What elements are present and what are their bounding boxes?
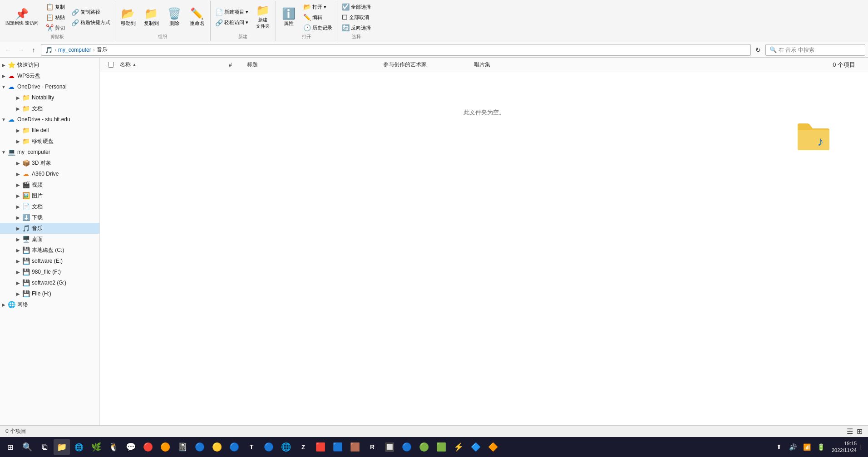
taskbar-zone[interactable]: Z bbox=[295, 439, 311, 455]
paste-button[interactable]: 📋 粘贴 bbox=[43, 12, 68, 22]
taskbar-app13[interactable]: 🔵 bbox=[261, 439, 277, 455]
col-header-artist[interactable]: 参与创作的艺术家 bbox=[380, 60, 470, 69]
rename-button[interactable]: ✏️ 重命名 bbox=[186, 7, 208, 28]
refresh-button[interactable]: ↻ bbox=[753, 44, 764, 55]
new-folder-button[interactable]: 📁 新建文件夹 bbox=[252, 4, 274, 31]
breadcrumb-bar[interactable]: 🎵 › my_computer › 音乐 bbox=[41, 44, 751, 56]
col-header-name[interactable]: 名称 ▲ bbox=[116, 60, 225, 69]
view-details-button[interactable]: ☰ bbox=[847, 427, 853, 436]
search-taskbar-button[interactable]: 🔍 bbox=[19, 439, 35, 455]
sidebar-item-quick-access[interactable]: ▶ ⭐ 快速访问 bbox=[0, 59, 99, 70]
taskbar-app20[interactable]: 🔲 bbox=[381, 439, 398, 455]
sidebar-item-docs1[interactable]: ▶ 📁 文档 bbox=[0, 103, 99, 114]
view-large-button[interactable]: ⊞ bbox=[857, 427, 863, 436]
col-header-album[interactable]: 唱片集 bbox=[470, 60, 561, 69]
sidebar-item-file-dell[interactable]: ▶ 📁 file dell bbox=[0, 125, 99, 136]
show-desktop-icon: ▏ bbox=[861, 445, 864, 450]
tray-network-button[interactable]: 📶 bbox=[801, 441, 814, 453]
taskbar-app14[interactable]: 🌐 bbox=[278, 439, 294, 455]
search-box[interactable]: 🔍 bbox=[765, 44, 865, 56]
sidebar-item-pictures[interactable]: ▶ 🖼️ 图片 bbox=[0, 190, 99, 201]
sidebar-item-onedrive-personal[interactable]: ▼ ☁ OneDrive - Personal bbox=[0, 81, 99, 92]
taskbar-app10[interactable]: 🟡 bbox=[209, 439, 225, 455]
taskbar-typora[interactable]: T bbox=[243, 439, 260, 455]
tray-battery-button[interactable]: 🔋 bbox=[815, 441, 828, 453]
taskbar-app23[interactable]: 🟩 bbox=[433, 439, 449, 455]
forward-button[interactable]: → bbox=[15, 44, 26, 55]
invert-select-button[interactable]: 🔄 反向选择 bbox=[339, 23, 374, 33]
taskbar-app9[interactable]: 🔵 bbox=[192, 439, 208, 455]
sidebar-item-network[interactable]: ▶ 🌐 网络 bbox=[0, 299, 99, 310]
search-input[interactable] bbox=[779, 47, 861, 53]
sidebar-item-onedrive-stu[interactable]: ▼ ☁ OneDrive - stu.hit.edu bbox=[0, 114, 99, 125]
sidebar-item-980-f[interactable]: ▶ 💾 980_file (F:) bbox=[0, 266, 99, 277]
taskbar-chrome[interactable]: 🌐 bbox=[71, 439, 87, 455]
col-header-num[interactable]: # bbox=[225, 61, 243, 69]
onedrive-stu-label: OneDrive - stu.hit.edu bbox=[17, 116, 70, 123]
taskbar-app6[interactable]: 🔴 bbox=[140, 439, 156, 455]
taskbar-app24[interactable]: ⚡ bbox=[450, 439, 467, 455]
sidebar-item-documents[interactable]: ▶ 📄 文档 bbox=[0, 201, 99, 212]
history-button[interactable]: 🕐 历史记录 bbox=[301, 23, 335, 33]
sidebar-item-my-computer[interactable]: ▼ 💻 my_computer bbox=[0, 147, 99, 157]
breadcrumb-mycomputer[interactable]: my_computer bbox=[58, 47, 91, 53]
sidebar-item-a360-drive[interactable]: ▶ ☁ A360 Drive bbox=[0, 168, 99, 179]
taskbar-edge[interactable]: 🌿 bbox=[88, 439, 104, 455]
copy-path-button[interactable]: 🔗 复制路径 bbox=[69, 7, 113, 17]
taskbar-app22[interactable]: 🟢 bbox=[416, 439, 432, 455]
taskbar-app16[interactable]: 🟥 bbox=[312, 439, 329, 455]
taskbar-explorer[interactable]: 📁 bbox=[54, 439, 70, 455]
sidebar-item-software2-g[interactable]: ▶ 💾 software2 (G:) bbox=[0, 277, 99, 288]
copy-button[interactable]: 📋 复制 bbox=[43, 2, 68, 12]
music-folder-svg: ♪ bbox=[795, 118, 832, 154]
start-button[interactable]: ⊞ bbox=[2, 439, 18, 455]
sidebar-item-mobile-drive[interactable]: ▶ 📁 移动硬盘 bbox=[0, 136, 99, 147]
search-icon: 🔍 bbox=[769, 46, 777, 53]
taskbar-app25[interactable]: 🔷 bbox=[468, 439, 484, 455]
sidebar-item-music[interactable]: ▶ 🎵 音乐 bbox=[0, 223, 99, 234]
open-button[interactable]: 📂 打开 ▾ bbox=[301, 2, 335, 12]
sidebar-item-local-c[interactable]: ▶ 💾 本地磁盘 (C:) bbox=[0, 245, 99, 256]
new-item-button[interactable]: 📄 新建项目 ▾ bbox=[212, 7, 251, 17]
tray-volume-button[interactable]: 🔊 bbox=[787, 441, 799, 453]
taskbar-app11[interactable]: 🔵 bbox=[226, 439, 242, 455]
sidebar-item-notability[interactable]: ▶ 📁 Notability bbox=[0, 92, 99, 103]
empty-message: 此文件夹为空。 bbox=[464, 108, 505, 117]
sidebar-item-videos[interactable]: ▶ 🎬 视频 bbox=[0, 179, 99, 190]
copy-to-button[interactable]: 📁 复制到 bbox=[140, 7, 163, 28]
taskbar-app17[interactable]: 🟦 bbox=[330, 439, 346, 455]
paste-shortcut-button[interactable]: 🔗 粘贴快捷方式 bbox=[69, 18, 113, 28]
taskbar-app7[interactable]: 🟠 bbox=[157, 439, 173, 455]
taskbar-app18[interactable]: 🟫 bbox=[347, 439, 363, 455]
taskbar-app21[interactable]: 🔵 bbox=[399, 439, 415, 455]
pin-button[interactable]: 📌 固定到快 速访问 bbox=[2, 7, 42, 27]
taskbar-onenote[interactable]: 📓 bbox=[174, 439, 191, 455]
taskbar-wechat[interactable]: 💬 bbox=[123, 439, 139, 455]
cut-button[interactable]: ✂️ 剪切 bbox=[43, 23, 68, 33]
sidebar-item-desktop[interactable]: ▶ 🖥️ 桌面 bbox=[0, 234, 99, 245]
edit-button[interactable]: ✏️ 编辑 bbox=[301, 12, 335, 22]
taskbar-r[interactable]: R bbox=[364, 439, 380, 455]
col-header-title[interactable]: 标题 bbox=[243, 60, 380, 69]
select-all-button[interactable]: ☑️ 全部选择 bbox=[339, 2, 374, 12]
tray-overflow-button[interactable]: ⬆ bbox=[773, 441, 785, 453]
sidebar-item-wps-cloud[interactable]: ▶ ☁ WPS云盘 bbox=[0, 70, 99, 81]
header-checkbox[interactable] bbox=[108, 62, 114, 68]
task-view-button[interactable]: ⧉ bbox=[36, 439, 53, 455]
sidebar-item-3d-objects[interactable]: ▶ 📦 3D 对象 bbox=[0, 157, 99, 168]
taskbar-qq[interactable]: 🐧 bbox=[105, 439, 122, 455]
taskbar-clock[interactable]: 19:15 2022/11/24 bbox=[829, 440, 859, 454]
delete-button[interactable]: 🗑️ 删除 bbox=[163, 7, 185, 28]
up-button[interactable]: ↑ bbox=[28, 44, 39, 55]
properties-button[interactable]: ℹ️ 属性 bbox=[278, 7, 300, 28]
sidebar-item-software-e[interactable]: ▶ 💾 software (E:) bbox=[0, 256, 99, 266]
move-to-button[interactable]: 📂 移动到 bbox=[117, 7, 139, 28]
sidebar-item-downloads[interactable]: ▶ ⬇️ 下载 bbox=[0, 212, 99, 223]
sidebar-item-file-h[interactable]: ▶ 💾 File (H:) bbox=[0, 288, 99, 299]
show-desktop-button[interactable]: ▏ bbox=[861, 441, 864, 453]
taskbar-app26[interactable]: 🔶 bbox=[485, 439, 501, 455]
easy-access-button[interactable]: 🔗 轻松访问 ▾ bbox=[212, 18, 251, 28]
deselect-all-button[interactable]: ☐ 全部取消 bbox=[339, 12, 374, 22]
ribbon-section-new: 📄 新建项目 ▾ 🔗 轻松访问 ▾ 📁 新建文件夹 新建 bbox=[211, 1, 276, 41]
back-button[interactable]: ← bbox=[3, 44, 14, 55]
